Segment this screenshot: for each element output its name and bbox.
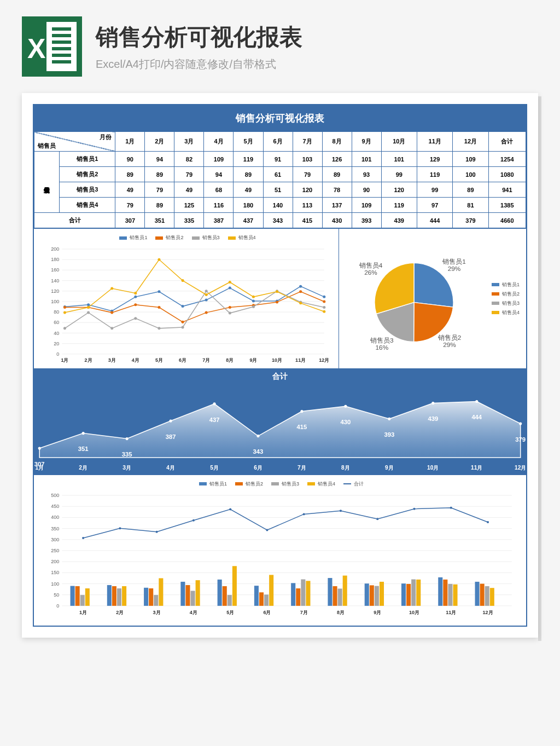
col-header: 3月 [174,132,204,152]
col-total: 387 [204,213,234,228]
col-header: 5月 [234,132,263,152]
cell: 79 [145,182,174,198]
svg-text:379: 379 [515,436,526,443]
svg-text:3月: 3月 [122,465,131,471]
svg-point-37 [134,296,137,298]
svg-rect-149 [71,586,75,605]
svg-text:7月: 7月 [298,465,306,471]
cell: 94 [204,167,234,182]
col-header: 7月 [293,132,322,152]
svg-rect-189 [365,583,369,606]
svg-point-74 [158,258,160,261]
cell: 101 [381,152,417,167]
cell: 100 [453,167,488,182]
cell: 103 [293,152,322,167]
svg-text:2月: 2月 [79,465,88,471]
svg-rect-207 [490,588,494,606]
svg-text:3月: 3月 [108,357,116,363]
svg-point-56 [299,290,302,293]
svg-rect-192 [380,582,384,606]
svg-point-112 [519,423,522,425]
svg-text:26%: 26% [364,268,377,275]
svg-rect-151 [80,595,85,606]
svg-point-92 [82,432,85,435]
page-title: 销售分析可视化报表 [96,22,302,53]
svg-rect-159 [144,587,148,605]
svg-rect-206 [485,586,489,606]
svg-rect-152 [85,588,90,606]
cell: 125 [174,198,204,213]
row-total: 1385 [488,198,526,213]
col-header: 9月 [352,132,381,152]
svg-rect-169 [218,580,222,606]
svg-rect-195 [406,584,411,606]
svg-rect-181 [301,579,305,605]
svg-text:160: 160 [51,267,59,273]
col-header: 2月 [145,132,174,152]
col-header: 11月 [417,132,452,152]
svg-point-39 [182,305,184,308]
svg-point-208 [82,537,84,539]
svg-text:100: 100 [51,299,59,304]
total-row-label: 合计 [34,213,115,228]
svg-point-65 [229,312,231,315]
svg-point-52 [205,311,208,314]
svg-text:20: 20 [54,341,59,346]
cell: 129 [417,152,452,167]
svg-text:6月: 6月 [179,357,186,363]
svg-text:2月: 2月 [85,357,92,363]
svg-point-219 [487,521,489,523]
page-subtitle: Excel/A4打印/内容随意修改/自带格式 [96,57,302,72]
cell: 140 [263,198,293,213]
svg-text:10月: 10月 [272,357,282,363]
svg-point-216 [376,518,378,520]
svg-text:5月: 5月 [155,357,163,363]
svg-point-62 [158,327,160,329]
line-chart: 销售员1销售员2销售员3销售员4 02040608010012014016018… [34,229,339,368]
cell: 101 [352,152,381,167]
svg-rect-201 [448,584,452,606]
svg-rect-199 [438,577,442,605]
svg-point-214 [303,513,305,515]
svg-rect-185 [333,586,337,606]
cell: 109 [204,152,234,167]
svg-rect-197 [416,580,421,606]
svg-point-80 [299,302,302,304]
svg-point-72 [110,287,113,290]
svg-text:140: 140 [51,278,59,284]
cell: 79 [293,167,322,182]
cell: 49 [174,182,204,198]
svg-point-64 [205,290,208,292]
svg-point-218 [450,506,452,508]
col-total: 430 [322,213,352,228]
col-total: 335 [174,213,204,228]
svg-rect-174 [254,586,259,606]
svg-rect-166 [191,591,195,605]
pie-chart: 销售员129%销售员229%销售员316%销售员426% 销售员1销售员2销售员… [339,229,526,368]
svg-point-79 [276,290,278,293]
svg-text:9月: 9月 [374,610,381,615]
svg-text:3月: 3月 [153,610,161,615]
svg-rect-175 [259,592,264,606]
svg-point-66 [252,305,255,308]
svg-text:12月: 12月 [515,465,526,471]
svg-point-102 [300,410,303,413]
cell: 89 [115,167,145,182]
cell: 90 [352,182,381,198]
svg-point-61 [134,317,137,320]
svg-rect-161 [154,595,158,606]
svg-text:60: 60 [54,320,59,325]
svg-rect-170 [223,586,227,606]
col-total: 307 [115,213,145,228]
svg-point-217 [413,507,415,510]
svg-point-46 [63,306,66,309]
data-table: 月份 销售员 1月 2月 3月 4月 5月 6月 7月 8月 9月 10月 11… [34,131,526,228]
cell: 90 [115,152,145,167]
svg-point-210 [156,530,158,533]
svg-point-70 [63,311,66,314]
svg-point-57 [323,300,325,303]
report-title: 销售分析可视化报表 [34,105,526,131]
col-total: 351 [145,213,174,228]
cell: 89 [453,182,488,198]
col-header: 合计 [488,132,526,152]
